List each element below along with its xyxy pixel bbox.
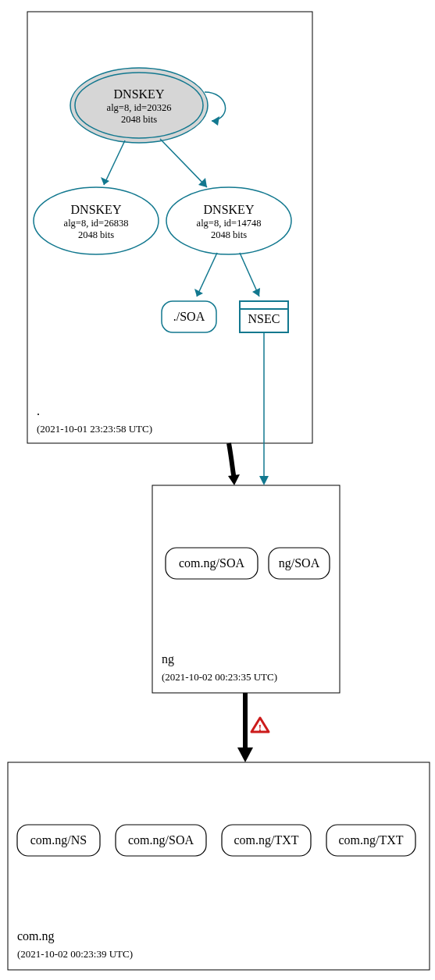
warning-icon: ! [251, 718, 269, 733]
edge-b-to-soa [197, 253, 217, 296]
node-ng-soa[interactable]: ng/SOA [269, 548, 330, 579]
dnskey-sub2: 2048 bits [121, 114, 157, 125]
zone-comng-label: com.ng [17, 929, 55, 943]
svg-rect-28 [8, 762, 430, 970]
zone-ng: ng (2021-10-02 00:23:35 UTC) [152, 485, 340, 693]
svg-text:./SOA: ./SOA [173, 310, 205, 323]
node-comng-txt-2[interactable]: com.ng/TXT [326, 825, 415, 856]
svg-text:2048 bits: 2048 bits [78, 229, 114, 240]
zone-ng-label: ng [162, 652, 174, 666]
node-dnskey-a[interactable]: DNSKEY alg=8, id=26838 2048 bits [34, 187, 159, 254]
svg-text:NSEC: NSEC [248, 312, 280, 325]
svg-text:com.ng/SOA: com.ng/SOA [128, 833, 194, 847]
node-comng-txt-1[interactable]: com.ng/TXT [222, 825, 311, 856]
node-dnskey-b[interactable]: DNSKEY alg=8, id=14748 2048 bits [166, 187, 291, 254]
svg-text:2048 bits: 2048 bits [211, 229, 247, 240]
svg-text:!: ! [259, 722, 262, 733]
node-comng-ns[interactable]: com.ng/NS [17, 825, 100, 856]
zone-ng-ts: (2021-10-02 00:23:35 UTC) [162, 671, 277, 683]
svg-marker-19 [194, 289, 203, 296]
node-root-soa[interactable]: ./SOA [162, 301, 216, 332]
zone-comng: com.ng (2021-10-02 00:23:39 UTC) [8, 762, 430, 970]
zone-comng-ts: (2021-10-02 00:23:39 UTC) [17, 948, 133, 960]
zone-root-label: . [37, 404, 40, 417]
svg-marker-27 [259, 476, 269, 485]
svg-marker-12 [101, 177, 109, 185]
node-comng-soa-in-ng[interactable]: com.ng/SOA [166, 548, 258, 579]
svg-marker-3 [212, 116, 219, 126]
svg-marker-37 [237, 747, 253, 762]
svg-text:DNSKEY: DNSKEY [204, 203, 255, 216]
svg-text:com.ng/TXT: com.ng/TXT [234, 833, 298, 847]
svg-marker-26 [228, 474, 240, 485]
svg-text:com.ng/TXT: com.ng/TXT [338, 833, 403, 847]
zone-root-ts: (2021-10-01 23:23:58 UTC) [37, 423, 152, 435]
dnskey-sub1: alg=8, id=20326 [107, 102, 172, 113]
svg-text:ng/SOA: ng/SOA [279, 556, 320, 570]
node-comng-soa[interactable]: com.ng/SOA [116, 825, 206, 856]
svg-text:alg=8, id=14748: alg=8, id=14748 [197, 218, 262, 229]
svg-text:DNSKEY: DNSKEY [71, 203, 122, 216]
svg-text:com.ng/NS: com.ng/NS [30, 833, 87, 847]
node-dnskey-ksk[interactable]: DNSKEY alg=8, id=20326 2048 bits [70, 68, 208, 143]
node-nsec[interactable]: NSEC [240, 301, 288, 332]
svg-text:com.ng/SOA: com.ng/SOA [179, 556, 244, 570]
edge-ksk-to-a [104, 140, 125, 185]
svg-text:alg=8, id=26838: alg=8, id=26838 [64, 218, 129, 229]
edge-ksk-to-b [160, 139, 207, 187]
svg-rect-21 [152, 485, 340, 693]
edge-root-to-ng [229, 443, 234, 479]
dnskey-title: DNSKEY [114, 87, 165, 101]
